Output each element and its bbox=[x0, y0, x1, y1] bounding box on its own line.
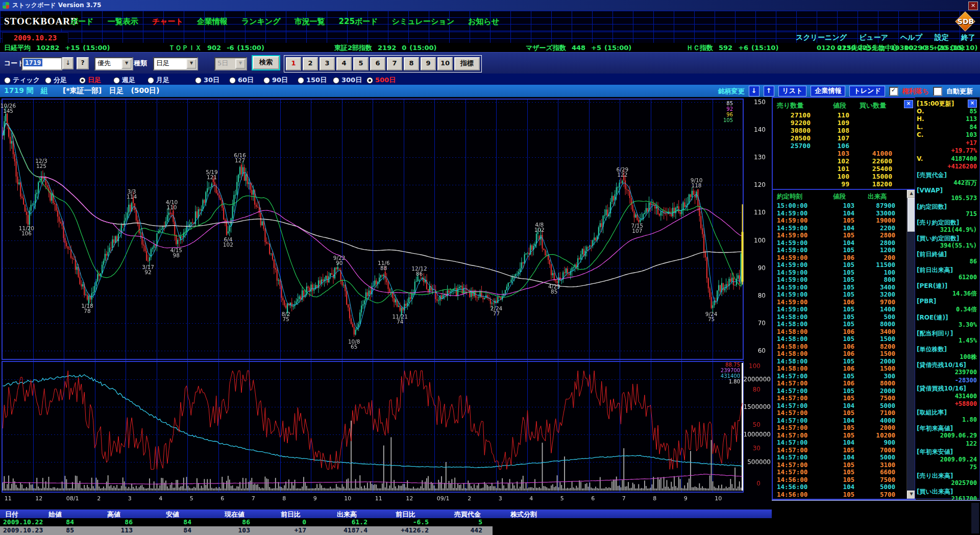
chart-slot-button-3[interactable]: 3 bbox=[320, 57, 335, 70]
chart-slot-button-6[interactable]: 6 bbox=[370, 57, 385, 70]
trade-row[interactable]: 14:57:001045000 bbox=[773, 453, 915, 461]
trade-log-scrollbar[interactable]: ▲▼ bbox=[906, 190, 915, 499]
utility-ヘルプ[interactable]: ヘルプ bbox=[900, 33, 922, 42]
dropdown-arrow-icon[interactable]: ▼ bbox=[186, 59, 197, 69]
timeframe-日足[interactable]: 日足 bbox=[79, 76, 101, 85]
trade-row[interactable]: 14:58:001061500 bbox=[773, 364, 915, 372]
type-select[interactable]: 日足▼ bbox=[153, 57, 198, 70]
code-input[interactable]: 1719 bbox=[21, 57, 62, 70]
trade-row[interactable]: 14:59:001042800 bbox=[773, 239, 915, 247]
window-close-button[interactable]: × bbox=[968, 2, 978, 10]
bid-row[interactable]: 9918200 bbox=[773, 180, 915, 188]
menu-item-企業情報[interactable]: 企業情報 bbox=[197, 17, 228, 27]
utility-スクリーニング[interactable]: スクリーニング bbox=[796, 33, 847, 42]
stats-close-icon[interactable]: × bbox=[968, 100, 977, 108]
trade-row[interactable]: 14:57:001068000 bbox=[773, 379, 915, 387]
history-table-row-selected[interactable]: 2009.10.238511384103+174187.4+4126.2442 bbox=[0, 526, 772, 535]
trade-row[interactable]: 14:57:001052000 bbox=[773, 387, 915, 395]
stock-up-button[interactable]: ↑ bbox=[764, 86, 774, 96]
chart-slot-button-2[interactable]: 2 bbox=[303, 57, 318, 70]
indicator-button[interactable]: 指標 bbox=[454, 57, 480, 70]
menu-item-一覧表示[interactable]: 一覧表示 bbox=[108, 17, 138, 27]
history-table-row[interactable]: 2009.10.2284868486061.2-6.55 bbox=[0, 518, 772, 526]
trade-row[interactable]: 14:57:001053100 bbox=[773, 461, 915, 469]
code-spin-down-icon[interactable]: ↓ bbox=[62, 57, 74, 69]
trade-row[interactable]: 14:59:0010511500 bbox=[773, 261, 915, 269]
menu-item-市況一覧[interactable]: 市況一覧 bbox=[295, 17, 325, 27]
bid-row[interactable]: 10015000 bbox=[773, 173, 915, 180]
trade-row[interactable]: 14:58:001068200 bbox=[773, 343, 915, 350]
auto-update-checkbox[interactable] bbox=[933, 87, 942, 96]
timeframe-分足[interactable]: 分足 bbox=[45, 76, 67, 85]
trade-row[interactable]: 14:57:001056600 bbox=[773, 468, 915, 476]
ask-row[interactable]: 30800108 bbox=[773, 127, 915, 134]
priority-select[interactable]: 優先▼ bbox=[94, 57, 133, 70]
ask-row[interactable]: 92200109 bbox=[773, 119, 915, 127]
timeframe-月足[interactable]: 月足 bbox=[148, 76, 169, 85]
trade-row[interactable]: 14:58:00105500 bbox=[773, 313, 915, 321]
trade-row[interactable]: 14:59:001052800 bbox=[773, 231, 915, 239]
trade-row[interactable]: 14:57:001052000 bbox=[773, 424, 915, 431]
chart-slot-button-4[interactable]: 4 bbox=[336, 57, 352, 70]
button-リスト[interactable]: リスト bbox=[778, 86, 807, 96]
menu-item-ボード[interactable]: ボード bbox=[70, 17, 94, 27]
order-book-close-icon[interactable]: × bbox=[904, 100, 913, 108]
bid-row[interactable]: 10125400 bbox=[773, 165, 915, 173]
trade-row[interactable]: 14:58:001061500 bbox=[773, 350, 915, 357]
trade-row[interactable]: 14:57:0010510200 bbox=[773, 431, 915, 439]
trade-row[interactable]: 14:59:00105100 bbox=[773, 269, 915, 276]
trade-row[interactable]: 14:58:001052000 bbox=[773, 357, 915, 365]
trade-row[interactable]: 14:57:001045000 bbox=[773, 402, 915, 409]
timeframe-ティック[interactable]: ティック bbox=[4, 76, 40, 85]
button-企業情報[interactable]: 企業情報 bbox=[811, 86, 845, 96]
menu-item-ランキング[interactable]: ランキング bbox=[241, 17, 281, 27]
timeframe-90日[interactable]: 90日 bbox=[263, 76, 288, 85]
trade-row[interactable]: 14:57:00104900 bbox=[773, 439, 915, 446]
trade-row[interactable]: 14:57:00105300 bbox=[773, 372, 915, 380]
trade-row[interactable]: 14:57:001057500 bbox=[773, 394, 915, 402]
timeframe-500日[interactable]: 500日 bbox=[366, 76, 396, 85]
trade-row[interactable]: 14:59:001053200 bbox=[773, 290, 915, 298]
utility-設定[interactable]: 設定 bbox=[935, 33, 949, 42]
price-chart[interactable] bbox=[0, 97, 772, 507]
stock-down-button[interactable]: ↓ bbox=[749, 86, 760, 96]
chart-slot-button-9[interactable]: 9 bbox=[421, 57, 436, 70]
timeframe-60日[interactable]: 60日 bbox=[229, 76, 254, 85]
ask-row[interactable]: 25700106 bbox=[773, 142, 915, 150]
timeframe-300日[interactable]: 300日 bbox=[333, 76, 362, 85]
search-button[interactable]: 検索 bbox=[253, 56, 279, 69]
trade-row[interactable]: 14:59:001042200 bbox=[773, 224, 915, 232]
trade-row[interactable]: 14:59:00106200 bbox=[773, 254, 915, 261]
scrollbar-thumb[interactable] bbox=[908, 198, 915, 232]
trade-row[interactable]: 14:59:001051400 bbox=[773, 305, 915, 313]
bottom-right-scrollbar[interactable] bbox=[971, 503, 979, 533]
chart-slot-button-5[interactable]: 5 bbox=[353, 57, 369, 70]
trade-row[interactable]: 14:56:001057500 bbox=[773, 476, 915, 483]
utility-ビューア[interactable]: ビューア bbox=[859, 33, 888, 42]
chart-slot-button-10[interactable]: 10 bbox=[437, 57, 453, 70]
trade-row[interactable]: 14:56:001045000 bbox=[773, 483, 915, 491]
timeframe-150日[interactable]: 150日 bbox=[298, 76, 327, 85]
chart-slot-button-8[interactable]: 8 bbox=[404, 57, 419, 70]
rights-fall-checkbox[interactable]: ✓ bbox=[889, 87, 898, 96]
trade-row[interactable]: 14:58:001063400 bbox=[773, 328, 915, 335]
timeframe-30日[interactable]: 30日 bbox=[195, 76, 219, 85]
dropdown-arrow-icon[interactable]: ▼ bbox=[121, 59, 132, 69]
chart-slot-button-7[interactable]: 7 bbox=[387, 57, 402, 70]
ask-row[interactable]: 27100110 bbox=[773, 111, 915, 119]
trade-row[interactable]: 14:59:0010433000 bbox=[773, 209, 915, 217]
bid-row[interactable]: 10222600 bbox=[773, 157, 915, 165]
trade-row[interactable]: 14:58:001051500 bbox=[773, 335, 915, 343]
help-button[interactable]: ? bbox=[77, 57, 89, 69]
menu-item-お知らせ[interactable]: お知らせ bbox=[468, 17, 499, 27]
trade-row[interactable]: 14:59:0010519000 bbox=[773, 216, 915, 224]
utility-終了[interactable]: 終了 bbox=[961, 33, 975, 42]
menu-item-チャート[interactable]: チャート bbox=[152, 17, 183, 27]
button-トレンド[interactable]: トレンド bbox=[849, 86, 885, 96]
menu-item-シミュレーション[interactable]: シミュレーション bbox=[392, 17, 454, 27]
menu-item-225ボード[interactable]: 225ボード bbox=[339, 17, 378, 27]
trade-row[interactable]: 14:59:001069700 bbox=[773, 298, 915, 306]
chart-slot-button-1[interactable]: 1 bbox=[286, 57, 301, 70]
trade-row[interactable]: 14:59:001053400 bbox=[773, 283, 915, 291]
trade-row[interactable]: 14:59:00105800 bbox=[773, 276, 915, 283]
